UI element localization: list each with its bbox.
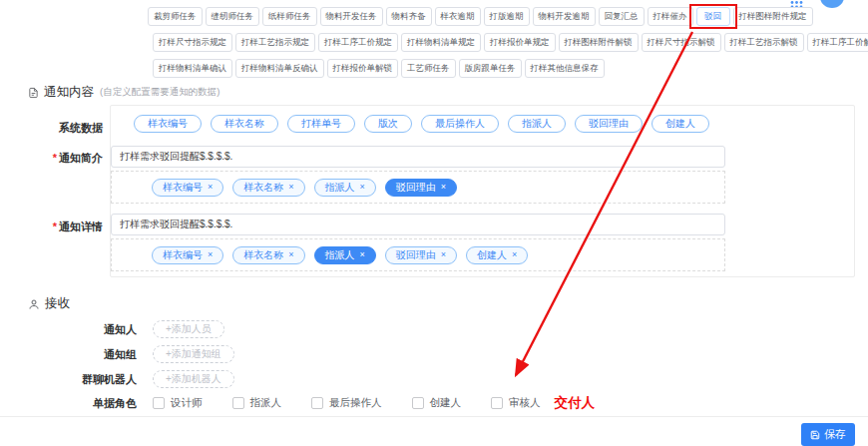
close-icon[interactable]: × [441, 250, 446, 259]
system-data-pill[interactable]: 样衣名称 [211, 115, 278, 133]
document-role-row: 单据角色 设计师 指派人 最后操作人 创建人 审核人 交付 [0, 394, 595, 412]
receive-row-label: 通知人 [0, 322, 153, 337]
role-checkbox-label: 创建人 [430, 396, 462, 410]
role-checkbox-item[interactable]: 创建人 [412, 396, 462, 410]
tag-pill-label: 驳回理由 [396, 183, 436, 193]
task-tab[interactable]: 打样工序工价规定 [318, 33, 398, 52]
close-icon[interactable]: × [360, 250, 365, 259]
checkbox-icon[interactable] [311, 397, 323, 409]
task-tab[interactable]: 缝纫师任务 [206, 7, 260, 26]
tag-pill[interactable]: 创建人 × [466, 246, 528, 264]
close-icon[interactable]: × [208, 183, 213, 192]
task-tab[interactable]: 打样物料清单确认 [153, 59, 232, 78]
tag-pill[interactable]: 指派人 × [314, 246, 376, 264]
system-data-pill[interactable]: 样衣编号 [134, 115, 202, 133]
close-icon[interactable]: × [512, 250, 517, 259]
close-icon[interactable]: × [208, 250, 213, 259]
task-tab[interactable]: 打版逾期 [484, 7, 530, 26]
role-checkbox-item[interactable]: 审核人 [491, 396, 541, 410]
task-tab[interactable]: 回复汇总 [599, 7, 645, 26]
task-tab[interactable]: 裁剪师任务 [148, 7, 203, 26]
required-mark: * [53, 152, 57, 164]
checkbox-icon[interactable] [153, 397, 165, 409]
task-tab[interactable]: 工艺师任务 [401, 59, 456, 78]
system-data-pill[interactable]: 打样单号 [287, 115, 355, 133]
task-tab[interactable]: 打样催办 [648, 7, 693, 26]
task-tab[interactable]: 物料开发任务 [320, 7, 383, 26]
save-button-label: 保存 [824, 427, 846, 442]
close-icon[interactable]: × [441, 183, 446, 192]
notice-content-subtitle: (自定义配置需要通知的数据) [100, 86, 219, 99]
task-tab[interactable]: 打样图样附件解锁 [559, 33, 639, 52]
task-tab[interactable]: 打样图样附件规定 [733, 7, 813, 26]
task-tab-row-2: 打样尺寸指示规定打样工艺指示规定打样工序工价规定打样物料清单规定打样报价单规定打… [153, 33, 868, 52]
tag-pill-label: 样衣编号 [163, 183, 203, 193]
deliverer-annotation: 交付人 [555, 394, 596, 412]
task-tab[interactable]: 样衣逾期 [435, 7, 481, 26]
intro-tag-area: 样衣编号 × 样衣名称 × 指派人 × 驳回理由 × [111, 171, 725, 204]
task-tab[interactable]: 物料开发逾期 [533, 7, 596, 26]
footer-divider [0, 416, 868, 417]
task-tab[interactable]: 打样报价单规定 [484, 33, 556, 52]
notice-detail-input[interactable] [111, 214, 725, 235]
add-button[interactable]: +添加通知组 [153, 345, 234, 363]
task-tab[interactable]: 打样工序工价解锁 [807, 33, 868, 52]
task-tab[interactable]: 版房跟单任务 [459, 59, 522, 78]
close-icon[interactable]: × [360, 183, 365, 192]
notice-detail-label: *通知详情 [0, 220, 103, 233]
task-tab[interactable]: 打样其他信息保存 [525, 59, 605, 78]
save-icon [810, 430, 820, 440]
task-tab[interactable]: 打样工艺指示解锁 [724, 33, 804, 52]
task-tab-row-3: 打样物料清单确认打样物料清单反确认打样报价单解锁工艺师任务版房跟单任务打样其他信… [153, 59, 605, 78]
task-tab[interactable]: 打样物料清单反确认 [235, 59, 324, 78]
tag-pill[interactable]: 驳回理由 × [385, 246, 457, 264]
save-button[interactable]: 保存 [801, 423, 855, 446]
tag-pill-label: 指派人 [325, 183, 355, 193]
task-tab[interactable]: 打样尺寸指示解锁 [642, 33, 721, 52]
role-checkbox-label: 设计师 [171, 396, 203, 410]
tag-pill[interactable]: 样衣名称 × [232, 179, 304, 197]
role-checkbox-item[interactable]: 最后操作人 [311, 396, 382, 410]
notice-intro-input[interactable] [111, 146, 725, 168]
checkbox-icon[interactable] [412, 397, 424, 409]
header-icons [0, 0, 90, 14]
tag-pill-label: 样衣编号 [163, 250, 203, 260]
tag-pill[interactable]: 样衣编号 × [152, 179, 223, 197]
task-tab[interactable]: 打样尺寸指示规定 [153, 33, 232, 52]
system-data-pill[interactable]: 版次 [364, 115, 412, 133]
task-tab[interactable]: 打样物料清单规定 [401, 33, 481, 52]
task-tab[interactable]: 打样报价单解锁 [327, 59, 399, 78]
task-tab[interactable]: 纸样师任务 [262, 7, 317, 26]
add-button[interactable]: +添加机器人 [153, 370, 234, 388]
close-icon[interactable]: × [288, 183, 293, 192]
receive-row-label: 通知组 [0, 347, 153, 362]
avatar[interactable] [820, 0, 844, 8]
role-checkbox-label: 指派人 [250, 396, 282, 410]
document-icon [28, 87, 39, 99]
role-checkbox-label: 审核人 [509, 396, 541, 410]
checkbox-icon[interactable] [232, 397, 244, 409]
system-data-pill[interactable]: 指派人 [508, 115, 566, 133]
system-data-pill[interactable]: 最后操作人 [421, 115, 499, 133]
tag-pill[interactable]: 指派人 × [314, 179, 376, 197]
add-button[interactable]: +添加人员 [153, 320, 224, 338]
system-data-pills: 样衣编号样衣名称打样单号版次最后操作人指派人驳回理由创建人 [134, 115, 709, 133]
tag-pill[interactable]: 样衣编号 × [152, 246, 223, 264]
close-icon[interactable]: × [288, 250, 293, 259]
system-data-pill[interactable]: 驳回理由 [575, 115, 643, 133]
task-tab[interactable]: 打样工艺指示规定 [235, 33, 315, 52]
task-tab[interactable]: 物料齐备 [386, 7, 432, 26]
tag-pill[interactable]: 样衣名称 × [232, 246, 304, 264]
notice-content-header: 通知内容 (自定义配置需要通知的数据) [28, 84, 219, 101]
document-role-label: 单据角色 [0, 396, 153, 411]
person-icon [28, 298, 40, 310]
system-data-pill[interactable]: 创建人 [651, 115, 709, 133]
checkbox-icon[interactable] [491, 397, 503, 409]
tag-pill[interactable]: 驳回理由 × [385, 179, 457, 197]
role-checkbox-item[interactable]: 设计师 [153, 396, 203, 410]
notice-content-title: 通知内容 [44, 84, 94, 101]
role-checkbox-item[interactable]: 指派人 [232, 396, 282, 410]
task-tab[interactable]: 驳回 [696, 7, 730, 26]
receive-row: 群聊机器人 +添加机器人 [0, 371, 234, 387]
receive-title: 接收 [45, 295, 70, 312]
